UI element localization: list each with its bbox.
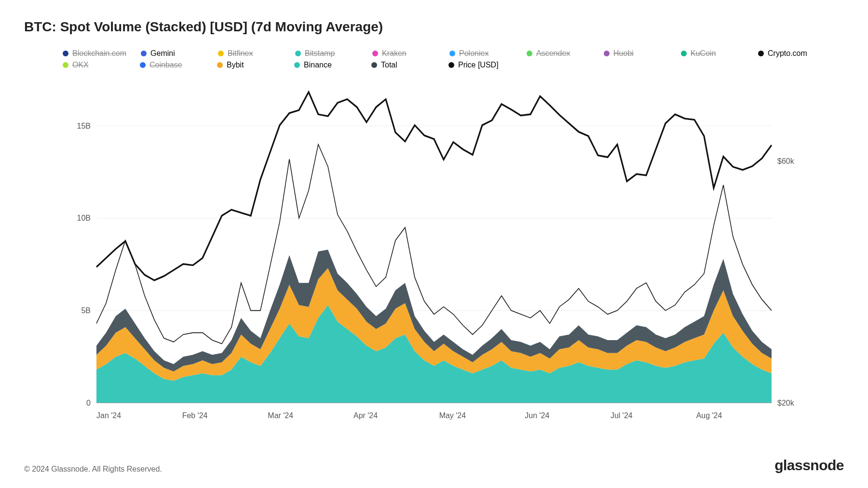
legend-item[interactable]: Binance — [294, 61, 357, 69]
legend-label: Huobi — [613, 49, 634, 58]
legend-swatch — [681, 51, 687, 56]
legend-swatch — [294, 62, 300, 68]
legend-label: Kraken — [382, 49, 407, 58]
legend-label: Blockchain.com — [72, 49, 126, 58]
legend-item[interactable]: Bitstamp — [295, 49, 358, 58]
x-tick: Jun '24 — [525, 411, 549, 421]
legend-swatch — [758, 51, 764, 56]
legend-label: KuCoin — [691, 49, 716, 58]
legend-swatch — [217, 62, 223, 68]
brand-logo: glassnode — [774, 457, 844, 474]
x-tick: Apr '24 — [353, 411, 378, 421]
y-left-tick: 10B — [77, 213, 91, 223]
legend-label: Coinbase — [149, 61, 182, 69]
legend-swatch — [604, 51, 610, 56]
legend-item[interactable]: Bitfinex — [218, 49, 281, 58]
legend-item[interactable]: Bybit — [217, 61, 280, 69]
legend-swatch — [63, 51, 68, 56]
legend-item[interactable]: KuCoin — [681, 49, 744, 58]
legend-swatch — [218, 51, 224, 56]
legend-label: Binance — [304, 61, 332, 69]
legend-swatch — [141, 51, 147, 56]
legend-label: Crypto.com — [768, 49, 807, 58]
legend-label: Ascendex — [536, 49, 570, 58]
legend-swatch — [140, 62, 146, 68]
x-tick: Aug '24 — [696, 411, 722, 421]
legend-swatch — [527, 51, 532, 56]
plot-area: 05B10B15B$20k$60kJan '24Feb '24Mar '24Ap… — [24, 74, 844, 443]
line-total — [96, 145, 772, 344]
legend-item[interactable]: Coinbase — [140, 61, 203, 69]
x-tick: Feb '24 — [182, 411, 208, 421]
legend-swatch — [448, 62, 454, 68]
legend-swatch — [295, 51, 301, 56]
legend-item[interactable]: Kraken — [372, 49, 435, 58]
y-left-tick: 0 — [86, 398, 91, 408]
y-left-tick: 15B — [77, 121, 91, 131]
legend-item[interactable]: OKX — [63, 61, 125, 69]
x-tick: May '24 — [439, 411, 466, 421]
legend-label: Bitfinex — [228, 49, 253, 58]
chart-container: Blockchain.comGeminiBitfinexBitstampKrak… — [24, 49, 844, 443]
legend-swatch — [371, 62, 377, 68]
legend-label: Gemini — [150, 49, 175, 58]
legend-label: Bitstamp — [305, 49, 335, 58]
legend-label: OKX — [72, 61, 89, 69]
legend-label: Price [USD] — [458, 61, 499, 69]
legend-swatch — [63, 62, 68, 68]
x-tick: Jul '24 — [610, 411, 633, 421]
area-bybit — [96, 268, 772, 381]
legend-item[interactable]: Ascendex — [527, 49, 589, 58]
legend-item[interactable]: Gemini — [141, 49, 203, 58]
legend-item[interactable]: Poloniex — [449, 49, 512, 58]
y-right-tick: $20k — [777, 398, 794, 408]
legend-label: Bybit — [227, 61, 244, 69]
x-tick: Mar '24 — [268, 411, 293, 421]
x-tick: Jan '24 — [96, 411, 121, 421]
legend-item[interactable]: Huobi — [604, 49, 666, 58]
copyright-text: © 2024 Glassnode. All Rights Reserved. — [24, 465, 162, 474]
legend-label: Total — [381, 61, 397, 69]
legend-swatch — [372, 51, 378, 56]
y-left-tick: 5B — [81, 305, 91, 315]
legend-swatch — [449, 51, 455, 56]
legend-item[interactable]: Blockchain.com — [63, 49, 126, 58]
legend-label: Poloniex — [459, 49, 488, 58]
chart-svg: 05B10B15B$20k$60kJan '24Feb '24Mar '24Ap… — [68, 84, 800, 423]
legend-item[interactable]: Crypto.com — [758, 49, 821, 58]
legend-item[interactable]: Total — [371, 61, 434, 69]
y-right-tick: $60k — [777, 157, 794, 166]
legend-item[interactable]: Price [USD] — [448, 61, 511, 69]
footer: © 2024 Glassnode. All Rights Reserved. g… — [24, 457, 844, 474]
chart-title: BTC: Spot Volume (Stacked) [USD] (7d Mov… — [24, 19, 844, 35]
legend: Blockchain.comGeminiBitfinexBitstampKrak… — [24, 49, 844, 69]
line-price — [96, 92, 772, 280]
